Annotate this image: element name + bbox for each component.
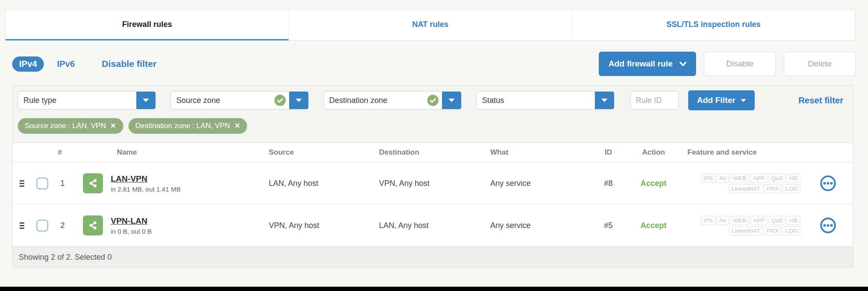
caret-down-icon xyxy=(741,99,746,102)
table-row: 1 LAN-VPN in 2.81 MB, out 1.41 MB LAN, A… xyxy=(13,162,853,205)
feature-badge-web: WEB xyxy=(730,174,749,183)
feature-badge-hb: HB xyxy=(787,216,800,225)
table-header-row: # Name Source Destination What ID Action… xyxy=(13,142,853,162)
tab-ssl-tls-inspection-rules[interactable]: SSL/TLS inspection rules xyxy=(572,10,855,40)
row-checkbox[interactable] xyxy=(36,178,48,189)
caret-down-icon[interactable] xyxy=(289,91,308,109)
header-destination: Destination xyxy=(376,148,487,157)
reset-filter-link[interactable]: Reset filter xyxy=(799,96,843,106)
destination-cell: VPN, Any host xyxy=(376,179,487,188)
toolbar: IPv4 IPv6 Disable filter Add firewall ru… xyxy=(12,51,856,76)
tab-label: NAT rules xyxy=(412,20,449,29)
chevron-down-icon xyxy=(680,59,686,69)
ipv6-toggle[interactable]: IPv6 xyxy=(57,59,75,69)
ellipsis-menu-icon[interactable] xyxy=(820,218,836,233)
feature-badge-app: APP xyxy=(750,216,767,225)
header-source: Source xyxy=(265,148,376,157)
row-number: 1 xyxy=(53,179,79,188)
delete-button[interactable]: Delete xyxy=(784,52,856,76)
tab-bar: Firewall rules NAT rules SSL/TLS inspect… xyxy=(5,10,855,41)
feature-badges: IPS AV WEB APP QoS HB LinkedNAT PRX LOG xyxy=(691,216,800,235)
rule-name-link[interactable]: LAN-VPN xyxy=(111,174,147,184)
check-circle-icon xyxy=(274,95,286,106)
add-filter-button[interactable]: Add Filter xyxy=(688,90,755,110)
header-action: Action xyxy=(629,148,678,157)
share-network-icon[interactable] xyxy=(83,215,103,235)
close-icon[interactable]: ✕ xyxy=(234,122,240,129)
feature-badge-app: APP xyxy=(750,174,767,183)
feature-badge-web: WEB xyxy=(730,216,749,225)
feature-badges: IPS AV WEB APP QoS HB LinkedNAT PRX LOG xyxy=(691,174,800,193)
ipv4-toggle[interactable]: IPv4 xyxy=(12,56,44,72)
source-cell: VPN, Any host xyxy=(265,221,376,230)
feature-badge-log: LOG xyxy=(782,226,800,235)
drag-handle-icon[interactable] xyxy=(20,180,24,187)
status-dropdown[interactable]: Status xyxy=(476,91,614,109)
disable-filter-link[interactable]: Disable filter xyxy=(102,59,156,69)
chip-label: Destination zone : LAN, VPN xyxy=(135,122,230,130)
rule-id-input[interactable] xyxy=(630,91,679,109)
tab-label: SSL/TLS inspection rules xyxy=(667,20,761,29)
action-cell: Accept xyxy=(629,179,678,188)
window-bottom-edge xyxy=(0,287,868,291)
filter-row: Rule type Source zone Destination zone S… xyxy=(13,86,853,115)
source-cell: LAN, Any host xyxy=(265,179,376,188)
rule-name-block: VPN-LAN in 0 B, out 0 B xyxy=(111,216,152,235)
caret-down-icon[interactable] xyxy=(595,91,614,109)
chip-label: Source zone : LAN, VPN xyxy=(25,122,106,130)
id-cell: #8 xyxy=(587,179,629,188)
header-what: What xyxy=(487,148,587,157)
row-number: 2 xyxy=(53,221,79,230)
table-footer-status: Showing 2 of 2. Selected 0 xyxy=(13,247,853,268)
header-number: # xyxy=(53,148,79,157)
add-firewall-rule-label: Add firewall rule xyxy=(608,59,673,69)
what-cell: Any service xyxy=(487,221,587,230)
feature-badge-hb: HB xyxy=(787,174,800,183)
filter-chips-row: Source zone : LAN, VPN ✕ Destination zon… xyxy=(13,115,853,142)
share-network-icon[interactable] xyxy=(83,173,103,193)
id-cell: #5 xyxy=(587,221,629,230)
dropdown-label: Rule type xyxy=(18,96,136,105)
name-cell: LAN-VPN in 2.81 MB, out 1.41 MB xyxy=(79,173,265,193)
tab-firewall-rules[interactable]: Firewall rules xyxy=(6,10,289,40)
name-cell: VPN-LAN in 0 B, out 0 B xyxy=(79,215,265,235)
rule-name-block: LAN-VPN in 2.81 MB, out 1.41 MB xyxy=(111,174,181,193)
dropdown-label: Destination zone xyxy=(324,96,427,105)
destination-zone-dropdown[interactable]: Destination zone xyxy=(323,91,462,109)
caret-down-icon[interactable] xyxy=(442,91,461,109)
menu-cell xyxy=(820,175,853,191)
feature-badge-qos: QoS xyxy=(769,216,785,225)
feature-badge-linkednat: LinkedNAT xyxy=(729,184,763,193)
tab-label: Firewall rules xyxy=(122,20,172,29)
caret-down-icon[interactable] xyxy=(136,91,155,109)
dropdown-label: Status xyxy=(477,96,595,105)
source-zone-dropdown[interactable]: Source zone xyxy=(171,91,309,109)
row-checkbox[interactable] xyxy=(36,220,48,231)
destination-cell: LAN, Any host xyxy=(376,221,487,230)
filter-chip-source-zone[interactable]: Source zone : LAN, VPN ✕ xyxy=(18,118,123,134)
header-feature-service: Feature and service xyxy=(678,148,820,157)
close-icon[interactable]: ✕ xyxy=(110,122,116,129)
feature-cell: IPS AV WEB APP QoS HB LinkedNAT PRX LOG xyxy=(678,174,820,193)
rule-name-link[interactable]: VPN-LAN xyxy=(111,216,147,226)
add-firewall-rule-button[interactable]: Add firewall rule xyxy=(599,52,696,76)
rule-type-dropdown[interactable]: Rule type xyxy=(18,91,156,109)
feature-badge-ips: IPS xyxy=(701,174,716,183)
add-filter-label: Add Filter xyxy=(697,96,736,105)
tab-nat-rules[interactable]: NAT rules xyxy=(289,10,572,40)
feature-badge-av: AV xyxy=(716,216,729,225)
dropdown-label: Source zone xyxy=(171,96,274,105)
ellipsis-menu-icon[interactable] xyxy=(820,175,836,191)
header-name: Name xyxy=(79,148,265,157)
feature-badge-prx: PRX xyxy=(764,184,782,193)
table-row: 2 VPN-LAN in 0 B, out 0 B VPN, Any host … xyxy=(13,205,853,247)
feature-badge-av: AV xyxy=(716,174,729,183)
filter-chip-destination-zone[interactable]: Destination zone : LAN, VPN ✕ xyxy=(129,118,248,134)
drag-handle-icon[interactable] xyxy=(20,222,24,229)
action-cell: Accept xyxy=(629,221,678,230)
feature-badge-qos: QoS xyxy=(769,174,785,183)
disable-button[interactable]: Disable xyxy=(704,52,776,76)
menu-cell xyxy=(820,218,853,233)
feature-badge-log: LOG xyxy=(782,184,800,193)
rule-traffic: in 2.81 MB, out 1.41 MB xyxy=(111,185,181,193)
